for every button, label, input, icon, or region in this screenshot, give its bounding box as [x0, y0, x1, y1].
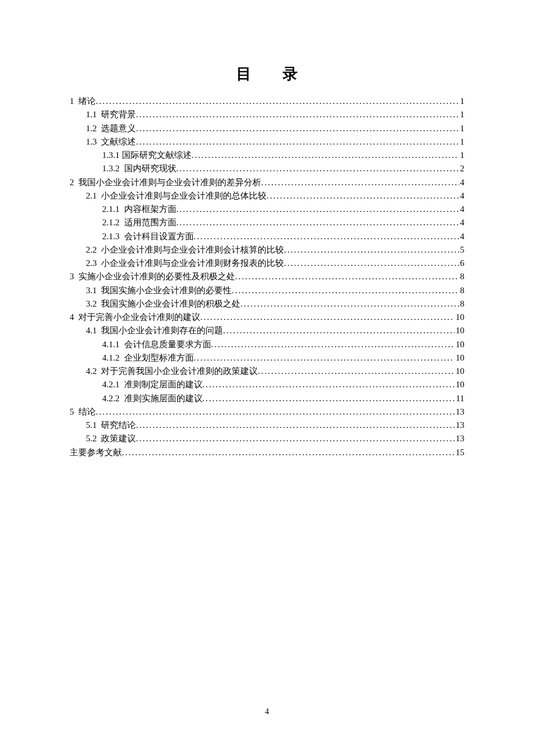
toc-entry-page: 1 — [459, 135, 465, 149]
toc-entry-page: 10 — [454, 378, 464, 391]
toc-entry-page: 4 — [459, 216, 465, 229]
toc-entry-number: 1.3 — [86, 135, 97, 149]
toc-entry: 3.2 我国实施小企业会计准则的积极之处8 — [70, 297, 464, 311]
toc-entry-label: 小企业会计准则与企业会计准则财务报表的比较 — [101, 257, 284, 270]
toc-entry-leader-dots — [176, 203, 459, 216]
toc-entry-label: 选题意义 — [101, 122, 136, 135]
toc-entry-leader-dots — [192, 149, 459, 162]
toc-entry-spacer — [97, 297, 102, 311]
toc-entry-number: 5.2 — [86, 432, 97, 445]
toc-entry: 4.2.1 准则制定层面的建议10 — [70, 378, 464, 391]
toc-entry-leader-dots — [266, 189, 459, 203]
toc-entry: 1.3.1 国际研究文献综述1 — [70, 149, 464, 162]
toc-entry-number: 5 — [70, 405, 74, 419]
toc-entry-number: 1.3.2 — [102, 162, 120, 175]
toc-entry: 主要参考文献15 — [70, 446, 464, 459]
toc-entry: 2.1.2 适用范围方面4 — [70, 216, 464, 229]
toc-entry-page: 10 — [454, 351, 464, 365]
toc-entry-label: 政策建议 — [101, 432, 136, 445]
toc-entry: 4.2.2 准则实施层面的建议11 — [70, 392, 464, 405]
toc-entry-number: 1.3.1 — [102, 149, 120, 162]
toc-entry-spacer — [97, 108, 102, 121]
toc-entry-leader-dots — [136, 419, 454, 432]
toc-title: 目 录 — [70, 64, 464, 84]
toc-entry-leader-dots — [136, 135, 459, 149]
toc-entry: 1 绪论1 — [70, 95, 464, 108]
toc-entry-leader-dots — [235, 270, 459, 283]
toc-entry: 1.2 选题意义1 — [70, 122, 464, 135]
toc-entry-label: 会计科目设置方面 — [124, 230, 194, 243]
toc-entry-spacer — [97, 135, 102, 149]
toc-entry-leader-dots — [211, 338, 455, 351]
toc-entry: 2.1 小企业会计准则与企业会计准则的总体比较4 — [70, 189, 464, 203]
toc-entry-spacer — [97, 432, 102, 445]
toc-entry-label: 小企业会计准则与企业会计准则的总体比较 — [101, 189, 266, 203]
toc-entry-leader-dots — [194, 230, 459, 243]
toc-entry-number: 2.1.1 — [102, 203, 120, 216]
toc-entry: 4.1.2 企业划型标准方面10 — [70, 351, 464, 365]
toc-entry-label: 我国小企业会计准则与企业会计准则的差异分析 — [78, 176, 261, 189]
page-content: 目 录 1 绪论11.1 研究背景11.2 选题意义11.3 文献综述11.3.… — [0, 0, 534, 459]
toc-entry-page: 13 — [454, 432, 464, 445]
toc-entry-page: 1 — [459, 149, 465, 162]
toc-entry-page: 6 — [459, 257, 465, 270]
toc-entry-number: 3.2 — [86, 297, 97, 311]
toc-entry-number: 2.1 — [86, 189, 97, 203]
toc-entry: 1.3.2 国内研究现状2 — [70, 162, 464, 175]
toc-entry-label: 文献综述 — [101, 135, 136, 149]
toc-entry-label: 准则制定层面的建议 — [124, 378, 203, 391]
toc-entry-label: 主要参考文献 — [70, 446, 122, 459]
toc-entry-label: 会计信息质量要求方面 — [124, 338, 211, 351]
toc-entry-number: 4.1.2 — [102, 351, 120, 365]
toc-entry-spacer — [74, 311, 79, 324]
toc-entry-spacer — [74, 270, 79, 283]
toc-entry-number: 3 — [70, 270, 74, 283]
toc-entry-number: 1.1 — [86, 108, 97, 121]
toc-entry-leader-dots — [136, 108, 459, 121]
toc-entry-leader-dots — [203, 392, 455, 405]
toc-entry: 4.1.1 会计信息质量要求方面10 — [70, 338, 464, 351]
toc-entry-label: 准则实施层面的建议 — [124, 392, 203, 405]
toc-entry-label: 研究背景 — [101, 108, 136, 121]
toc-entry-spacer — [74, 405, 79, 419]
toc-entry-spacer — [74, 95, 79, 108]
toc-entry-page: 1 — [459, 108, 465, 121]
toc-entry-spacer — [120, 203, 124, 216]
toc-entry-leader-dots — [223, 324, 454, 337]
toc-entry-leader-dots — [96, 95, 459, 108]
toc-entry-leader-dots — [122, 446, 454, 459]
toc-entry-page: 5 — [459, 243, 465, 257]
toc-entry-page: 8 — [459, 297, 465, 311]
toc-entry-spacer — [74, 176, 79, 189]
toc-entry-label: 对于完善小企业会计准则的建议 — [78, 311, 200, 324]
toc-entry-leader-dots — [284, 243, 459, 257]
toc-entry-spacer — [120, 230, 124, 243]
toc-entry-number: 2.3 — [86, 257, 97, 270]
toc-entry: 3 实施小企业会计准则的必要性及积极之处8 — [70, 270, 464, 283]
toc-entry-number: 2 — [70, 176, 74, 189]
toc-entry-label: 结论 — [78, 405, 96, 419]
toc-entry: 2.3 小企业会计准则与企业会计准则财务报表的比较6 — [70, 257, 464, 270]
toc-entry-number: 2.2 — [86, 243, 97, 257]
toc-entry-label: 研究结论 — [101, 419, 136, 432]
toc-entry-label: 对于完善我国小企业会计准则的政策建议 — [101, 365, 258, 378]
toc-entry-number: 4.1.1 — [102, 338, 120, 351]
toc-entry-number: 1.2 — [86, 122, 97, 135]
toc-entry-spacer — [97, 365, 102, 378]
toc-entry-leader-dots — [240, 297, 459, 311]
toc-entry-label: 企业划型标准方面 — [124, 351, 194, 365]
toc-entry-spacer — [97, 324, 102, 337]
toc: 1 绪论11.1 研究背景11.2 选题意义11.3 文献综述11.3.1 国际… — [70, 95, 464, 459]
toc-entry-leader-dots — [136, 122, 459, 135]
toc-entry-leader-dots — [200, 311, 454, 324]
toc-entry-leader-dots — [96, 405, 454, 419]
toc-entry-spacer — [97, 284, 102, 297]
toc-entry-page: 4 — [459, 203, 465, 216]
toc-entry-number: 4.2 — [86, 365, 97, 378]
toc-entry-leader-dots — [194, 351, 455, 365]
toc-entry-label: 我国实施小企业会计准则的必要性 — [101, 284, 232, 297]
toc-entry: 4.2 对于完善我国小企业会计准则的政策建议10 — [70, 365, 464, 378]
toc-entry-leader-dots — [284, 257, 459, 270]
page-number-footer: 4 — [0, 707, 534, 717]
toc-entry: 5.2 政策建议13 — [70, 432, 464, 445]
